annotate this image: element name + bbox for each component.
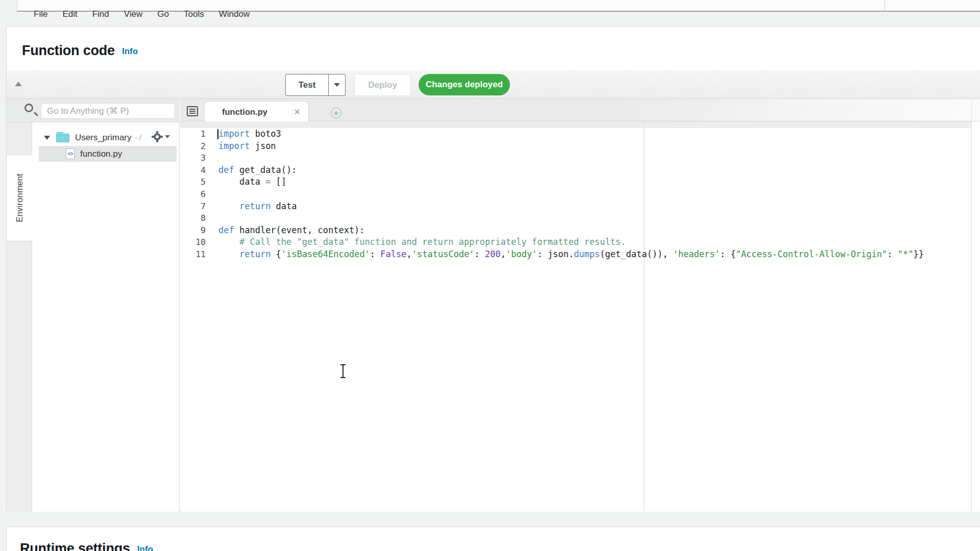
code-text: return data (218, 201, 297, 213)
search-icon (24, 104, 33, 112)
code-line-4[interactable]: 4def get_data(): (180, 164, 971, 177)
test-dropdown-button[interactable] (329, 74, 345, 95)
goto-anything-input[interactable] (41, 103, 175, 119)
menu-item-go[interactable]: Go (157, 9, 169, 19)
function-code-header: Function code Info (22, 43, 138, 59)
menu-item-view[interactable]: View (124, 9, 143, 19)
code-line-5[interactable]: 5 data = [] (180, 176, 971, 188)
page-title: Function code (22, 43, 115, 59)
tab-label: function.py (222, 107, 267, 117)
python-file-icon: <> (66, 148, 75, 159)
code-lines[interactable]: 1import boto32import json34def get_data(… (180, 128, 971, 261)
tree-file-row-selected[interactable]: <> function.py (39, 146, 177, 162)
code-text: def get_data(): (218, 164, 297, 177)
code-line-10[interactable]: 10 # Call the "get_data" function and re… (180, 236, 971, 248)
runtime-settings-info-link[interactable]: Info (137, 544, 153, 551)
gutter-line-number[interactable]: 3 (180, 152, 206, 164)
gutter-line-number[interactable]: 7 (180, 201, 206, 213)
code-text: def handler(event, context): (218, 224, 365, 237)
gutter-line-number[interactable]: 10 (180, 236, 206, 248)
tab-function-py[interactable]: function.py × (204, 101, 309, 122)
file-tree-panel (32, 122, 180, 512)
gutter-line-number[interactable]: 5 (180, 176, 206, 188)
function-code-info-link[interactable]: Info (122, 46, 138, 57)
folder-icon (56, 134, 69, 142)
ide-menus: FileEditFindViewGoToolsWindow (34, 0, 250, 29)
folder-disclosure-icon[interactable] (44, 136, 50, 140)
menu-item-find[interactable]: Find (92, 9, 109, 19)
gutter-line-number[interactable]: 1 (180, 128, 206, 140)
code-line-11[interactable]: 11 return {'isBase64Encoded': False,'sta… (180, 248, 971, 261)
runtime-settings-title: Runtime settings (20, 541, 130, 551)
editor-right-edge (971, 99, 972, 512)
gear-icon[interactable] (152, 132, 162, 142)
code-line-6[interactable]: 6 (180, 188, 971, 201)
code-line-3[interactable]: 3 (180, 152, 971, 164)
environment-tab-label: Environment (15, 173, 25, 222)
environment-tab[interactable]: Environment (7, 155, 33, 241)
gutter-line-number[interactable]: 2 (180, 140, 206, 153)
gutter-line-number[interactable]: 6 (180, 188, 206, 201)
code-line-1[interactable]: 1import boto3 (180, 128, 971, 140)
code-text: # Call the "get_data" function and retur… (218, 236, 626, 248)
code-text: return {'isBase64Encoded': False,'status… (218, 248, 924, 261)
menu-item-tools[interactable]: Tools (184, 9, 204, 19)
code-line-8[interactable]: 8 (180, 212, 971, 224)
menu-item-file[interactable]: File (34, 9, 47, 19)
code-line-2[interactable]: 2import json (180, 140, 971, 153)
gutter-line-number[interactable]: 9 (180, 224, 206, 237)
runtime-settings-header: Runtime settings Info (20, 541, 153, 551)
code-text: import json (218, 140, 276, 153)
test-button[interactable]: Test (286, 74, 329, 95)
code-text: import boto3 (218, 128, 281, 140)
deploy-button[interactable]: Deploy (354, 74, 411, 96)
changes-deployed-badge: Changes deployed (419, 74, 510, 95)
text-cursor-pointer (340, 364, 346, 378)
gutter-line-number[interactable]: 8 (180, 212, 206, 224)
file-name[interactable]: function.py (80, 149, 122, 159)
close-icon[interactable]: × (294, 107, 300, 117)
test-split-button[interactable]: Test (285, 74, 346, 96)
collapse-editor-icon[interactable] (15, 82, 22, 86)
active-line-strip (180, 121, 971, 128)
chevron-down-icon (334, 83, 340, 87)
folder-path-suffix: - / (135, 134, 141, 142)
menu-item-edit[interactable]: Edit (62, 9, 77, 19)
gutter-line-number[interactable]: 11 (180, 248, 206, 261)
code-text: data = [] (218, 176, 286, 188)
code-line-7[interactable]: 7 return data (180, 201, 971, 213)
new-tab-plus-icon[interactable]: + (331, 108, 341, 118)
open-files-icon[interactable] (187, 106, 198, 116)
gear-dropdown-icon[interactable] (165, 135, 170, 138)
code-line-9[interactable]: 9def handler(event, context): (180, 224, 971, 237)
menu-item-window[interactable]: Window (219, 9, 250, 19)
editor-caret (217, 129, 218, 139)
gutter-line-number[interactable]: 4 (180, 164, 206, 177)
folder-name[interactable]: Users_primary (75, 133, 132, 143)
top-bar-divider (885, 0, 885, 11)
